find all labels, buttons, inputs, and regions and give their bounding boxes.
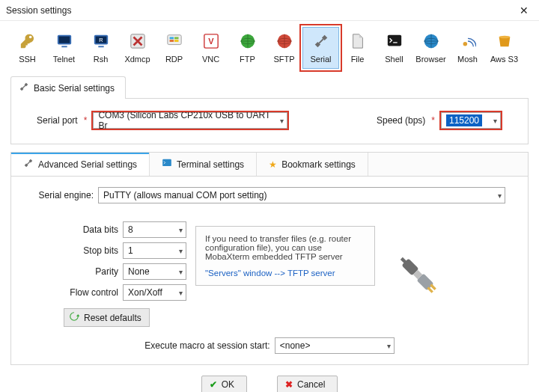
flow-control-label: Flow control xyxy=(58,287,118,298)
plug-icon xyxy=(311,31,332,52)
monitor-icon xyxy=(54,31,75,52)
check-icon: ✔ xyxy=(210,379,217,390)
parity-value: None xyxy=(128,266,150,277)
tftp-info-box: If you need to transfer files (e.g. rout… xyxy=(195,226,375,286)
globe-blue-icon xyxy=(421,31,442,52)
cancel-button[interactable]: ✖ Cancel xyxy=(277,376,338,392)
protocol-label: RDP xyxy=(165,55,183,64)
protocol-aws[interactable]: Aws S3 xyxy=(486,27,523,69)
protocol-label: Shell xyxy=(385,55,403,64)
svg-rect-19 xyxy=(387,35,401,46)
tab-terminal-settings[interactable]: Terminal settings xyxy=(150,153,257,176)
tab-advanced-serial[interactable]: Advanced Serial settings xyxy=(11,153,150,176)
svg-rect-2 xyxy=(61,46,67,47)
protocol-rsh[interactable]: R Rsh xyxy=(82,27,119,69)
protocol-label: Xdmcp xyxy=(124,55,150,64)
plug-small-icon xyxy=(19,82,29,94)
svg-rect-6 xyxy=(98,46,103,47)
speed-value: 115200 xyxy=(446,114,482,126)
tftp-info-link: "Servers" window --> TFTP server xyxy=(205,269,365,278)
stop-bits-select[interactable]: 1 ▾ xyxy=(123,242,186,259)
flow-control-select[interactable]: Xon/Xoff ▾ xyxy=(123,284,186,301)
svg-rect-10 xyxy=(174,37,179,40)
tab-basic-serial[interactable]: Basic Serial settings xyxy=(10,76,126,99)
svg-rect-11 xyxy=(169,40,174,42)
cancel-label: Cancel xyxy=(297,379,325,390)
plug-large-icon xyxy=(392,248,444,301)
svg-rect-24 xyxy=(162,159,171,166)
speed-select[interactable]: 115200 ▾ xyxy=(441,112,501,129)
protocol-toolbar: SSH Telnet R Rsh Xdmcp RDP V VNC FTP xyxy=(0,21,539,72)
star-icon: ★ xyxy=(269,159,277,170)
protocol-xdmcp[interactable]: Xdmcp xyxy=(119,27,156,69)
stop-bits-label: Stop bits xyxy=(58,245,118,256)
engine-value: PuTTY (allows manual COM port setting) xyxy=(103,190,267,200)
close-icon[interactable]: ✕ xyxy=(515,1,533,19)
svg-text:R: R xyxy=(99,37,103,43)
parity-select[interactable]: None ▾ xyxy=(123,263,186,280)
reset-defaults-label: Reset defaults xyxy=(84,313,141,323)
protocol-shell[interactable]: Shell xyxy=(376,27,412,69)
macro-value: <none> xyxy=(280,340,311,351)
chevron-down-icon: ▾ xyxy=(280,117,284,125)
tab-label: Terminal settings xyxy=(177,159,244,170)
protocol-label: Browser xyxy=(415,55,445,64)
svg-point-22 xyxy=(463,42,467,46)
protocol-ssh[interactable]: SSH xyxy=(9,27,46,69)
bucket-icon xyxy=(494,31,515,52)
svg-rect-8 xyxy=(167,35,180,45)
protocol-mosh[interactable]: Mosh xyxy=(449,27,486,69)
protocol-label: FTP xyxy=(240,55,255,64)
parity-label: Parity xyxy=(58,266,118,277)
macro-label: Execute macro at session start: xyxy=(144,340,270,351)
svg-rect-1 xyxy=(58,37,70,43)
protocol-label: Telnet xyxy=(53,55,75,64)
macro-select[interactable]: <none> ▾ xyxy=(275,337,395,354)
x-icon xyxy=(127,31,148,52)
chevron-down-icon: ▾ xyxy=(498,192,502,200)
data-bits-label: Data bits xyxy=(58,224,118,235)
ok-label: OK xyxy=(222,379,234,390)
chevron-down-icon: ▾ xyxy=(179,289,183,297)
windows-icon xyxy=(164,31,185,52)
svg-rect-9 xyxy=(169,37,174,40)
engine-select[interactable]: PuTTY (allows manual COM port setting) ▾ xyxy=(98,187,505,203)
data-bits-value: 8 xyxy=(128,224,133,235)
v-icon: V xyxy=(201,31,222,52)
protocol-ftp[interactable]: FTP xyxy=(229,27,266,69)
chevron-down-icon: ▾ xyxy=(179,247,183,255)
serial-port-select[interactable]: COM3 (Silicon Labs CP210x USB to UART Br… xyxy=(93,112,287,129)
protocol-rdp[interactable]: RDP xyxy=(156,27,192,69)
tab-bookmark-settings[interactable]: ★ Bookmark settings xyxy=(257,153,368,176)
svg-rect-12 xyxy=(174,40,179,42)
required-asterisk: * xyxy=(84,115,88,126)
refresh-icon xyxy=(69,311,79,324)
globe-red-icon xyxy=(274,31,295,52)
chevron-down-icon: ▾ xyxy=(179,226,183,234)
data-bits-select[interactable]: 8 ▾ xyxy=(123,221,186,238)
chevron-down-icon: ▾ xyxy=(179,268,183,276)
protocol-label: File xyxy=(351,55,365,64)
chevron-down-icon: ▾ xyxy=(493,117,497,125)
protocol-label: Serial xyxy=(310,55,331,64)
protocol-browser[interactable]: Browser xyxy=(412,27,449,69)
tab-label: Advanced Serial settings xyxy=(38,159,137,170)
svg-text:V: V xyxy=(208,37,214,46)
tftp-info-text: If you need to transfer files (e.g. rout… xyxy=(205,234,365,261)
protocol-file[interactable]: File xyxy=(339,27,376,69)
protocol-telnet[interactable]: Telnet xyxy=(46,27,82,69)
engine-label: Serial engine: xyxy=(34,190,94,200)
protocol-sftp[interactable]: SFTP xyxy=(266,27,302,69)
ok-button[interactable]: ✔ OK xyxy=(201,376,247,392)
speed-label: Speed (bps) xyxy=(377,115,425,126)
protocol-vnc[interactable]: V VNC xyxy=(192,27,229,69)
globe-green-icon xyxy=(237,31,258,52)
reset-defaults-button[interactable]: Reset defaults xyxy=(64,308,150,327)
svg-point-23 xyxy=(499,36,510,39)
file-icon xyxy=(347,31,368,52)
key-icon xyxy=(17,31,38,52)
window-title: Session settings xyxy=(6,5,71,16)
protocol-serial[interactable]: Serial xyxy=(302,27,339,69)
terminal-icon xyxy=(384,31,405,52)
serial-port-label: Serial port xyxy=(37,115,78,126)
